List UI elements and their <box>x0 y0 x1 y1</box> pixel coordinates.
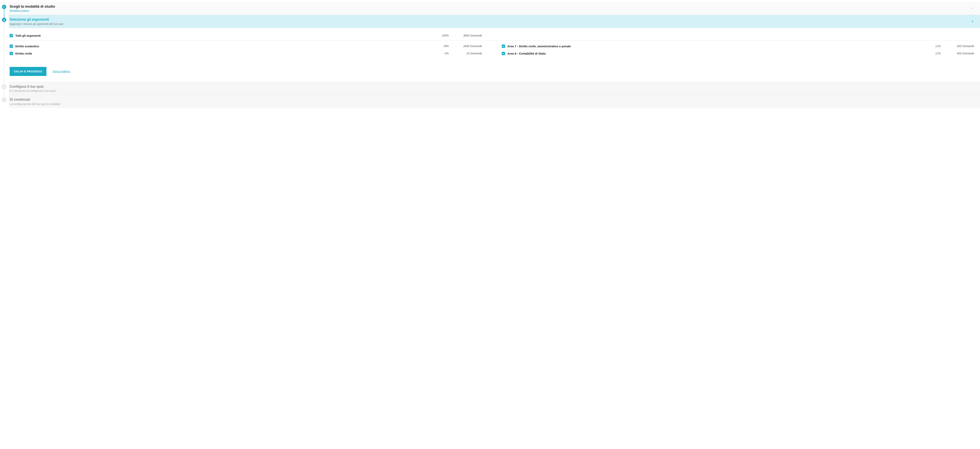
check-icon <box>502 53 504 54</box>
topic-label: Diritto scolastico <box>15 45 39 48</box>
step-4: 4 Si comincia! La configurazione del tuo… <box>0 95 980 108</box>
topic-label: Diritto civile <box>15 52 32 55</box>
actions-row: SALVA E PROSEGUI Torna indietro <box>10 67 974 76</box>
go-back-link[interactable]: Torna indietro <box>52 70 70 73</box>
check-icon <box>502 45 504 47</box>
step-marker-active: 2 <box>2 18 6 22</box>
step-subtitle: E il momento di configurare il tuo quiz! <box>10 89 56 93</box>
topic-row-all: Tutti gli argomenti 100% 3650 Domande <box>10 32 482 39</box>
save-continue-button[interactable]: SALVA E PROSEGUI <box>10 67 46 76</box>
check-icon <box>3 6 5 8</box>
checkbox-all-topics[interactable] <box>10 34 13 37</box>
topic-question-count: 400 Domande <box>943 52 974 55</box>
wizard: Scegli la modalità di studio Modalità pr… <box>0 0 980 110</box>
step-number: 3 <box>3 85 5 88</box>
step-marker-completed <box>2 5 6 9</box>
topic-percentage: 100% <box>433 34 449 37</box>
topic-columns: Diritto scolastico 78% 2840 Domande Diri… <box>10 43 974 57</box>
step-marker-inactive: 4 <box>2 98 6 102</box>
step-3-header: Configura il tuo quiz E il momento di co… <box>9 82 980 95</box>
topic-label: Tutti gli argomenti <box>15 34 41 37</box>
topic-question-count: 3650 Domande <box>451 34 482 37</box>
step-1: Scegli la modalità di studio Modalità pr… <box>0 2 980 15</box>
step-connector <box>4 20 4 82</box>
topic-question-count: 400 Domande <box>943 45 974 48</box>
topic-row: Area 7 - Diritto civile, amministrativo … <box>502 43 974 50</box>
check-icon <box>10 35 12 37</box>
topic-question-count: 10 Domande <box>451 52 482 55</box>
topic-all-section: Tutti gli argomenti 100% 3650 Domande <box>10 32 974 41</box>
checkbox-topic[interactable] <box>10 52 13 55</box>
step-title: Si comincia! <box>10 97 60 102</box>
topic-row: Area 8 - Contabilità di Stato 11% 400 Do… <box>502 50 974 57</box>
topic-label: Area 8 - Contabilità di Stato <box>508 52 546 55</box>
check-icon <box>10 45 12 47</box>
step-title: Seleziona gli argomenti <box>10 17 64 22</box>
step-2-header[interactable]: Seleziona gli argomenti Aggiungi o rimuo… <box>9 15 980 28</box>
topic-question-count: 2840 Domande <box>451 45 482 48</box>
topic-percentage: 11% <box>925 45 941 48</box>
topic-column-left: Diritto scolastico 78% 2840 Domande Diri… <box>10 43 482 57</box>
topic-percentage: 11% <box>925 52 941 55</box>
topic-label: Area 7 - Diritto civile, amministrativo … <box>508 45 571 48</box>
chevron-down-icon <box>971 7 974 10</box>
step-marker-inactive: 3 <box>2 85 6 89</box>
topic-column-right: Area 7 - Diritto civile, amministrativo … <box>502 43 974 57</box>
step-3: 3 Configura il tuo quiz E il momento di … <box>0 82 980 95</box>
step-title: Scegli la modalità di studio <box>10 4 55 9</box>
chevron-right-icon <box>971 20 974 23</box>
topic-row: Diritto scolastico 78% 2840 Domande <box>10 43 482 50</box>
step-4-header: Si comincia! La configurazione del tuo q… <box>9 95 980 108</box>
step-number: 4 <box>3 99 5 101</box>
step-title: Configura il tuo quiz <box>10 85 56 89</box>
topic-percentage: 78% <box>433 45 449 48</box>
step-subtitle: Aggiungi o rimuovi gli argomenti del tuo… <box>10 22 64 26</box>
step-subtitle: Modalità pratica <box>10 9 55 12</box>
step-1-header[interactable]: Scegli la modalità di studio Modalità pr… <box>9 2 980 15</box>
checkbox-topic[interactable] <box>502 45 505 48</box>
step-number: 2 <box>3 18 5 21</box>
step-2: 2 Seleziona gli argomenti Aggiungi o rim… <box>0 15 980 82</box>
checkbox-topic[interactable] <box>502 52 505 55</box>
step-2-body: Tutti gli argomenti 100% 3650 Domande Di… <box>9 28 980 82</box>
check-icon <box>10 53 12 54</box>
topic-percentage: 0% <box>433 52 449 55</box>
step-subtitle: La configurazione del tuo quiz è complet… <box>10 102 60 105</box>
checkbox-topic[interactable] <box>10 45 13 48</box>
topic-row: Diritto civile 0% 10 Domande <box>10 50 482 57</box>
